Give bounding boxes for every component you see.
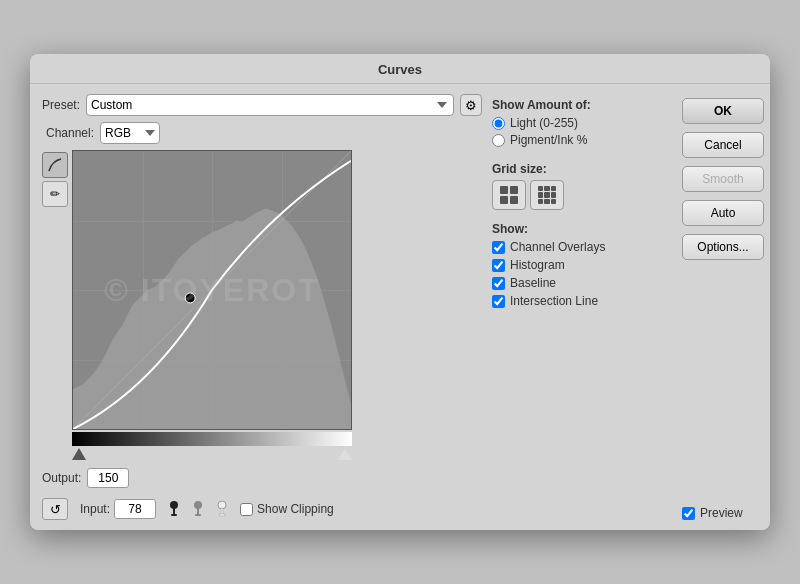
gear-icon: ⚙: [465, 98, 477, 113]
baseline-checkbox[interactable]: [492, 277, 505, 290]
preset-row: Preset: Custom ⚙: [42, 94, 482, 116]
channel-row: Channel: RGB Red Green Blue: [42, 122, 482, 144]
svg-rect-7: [197, 508, 199, 515]
gear-button[interactable]: ⚙: [460, 94, 482, 116]
show-amount-group: Show Amount of: Light (0-255) Pigment/In…: [492, 98, 672, 150]
intersection-line-label: Intersection Line: [510, 294, 598, 308]
svg-rect-8: [195, 514, 201, 516]
gray-eyedropper-button[interactable]: [188, 498, 208, 520]
histogram-checkbox[interactable]: [492, 259, 505, 272]
black-eyedropper-icon: [167, 500, 181, 518]
svg-rect-4: [173, 508, 175, 515]
cancel-button[interactable]: Cancel: [682, 132, 764, 158]
curve-tool-icon: [48, 158, 62, 172]
input-section: Input:: [80, 499, 156, 519]
auto-label: Auto: [711, 206, 736, 220]
white-eyedropper-icon: [215, 500, 229, 518]
pigment-radio[interactable]: [492, 134, 505, 147]
grid-size-buttons: [492, 180, 672, 210]
show-group: Show: Channel Overlays Histogram Baselin…: [492, 222, 672, 312]
smooth-button[interactable]: Smooth: [682, 166, 764, 192]
white-point-triangle[interactable]: [338, 448, 352, 460]
ok-button[interactable]: OK: [682, 98, 764, 124]
preset-select[interactable]: Custom: [86, 94, 454, 116]
curve-tools: ✏: [42, 150, 68, 462]
pigment-label: Pigment/Ink %: [510, 133, 587, 147]
curve-tool-button[interactable]: [42, 152, 68, 178]
curve-svg: [73, 151, 351, 429]
channel-overlays-label: Channel Overlays: [510, 240, 605, 254]
eyedropper-tools: [164, 498, 232, 520]
preview-checkbox[interactable]: [682, 507, 695, 520]
output-row: Output:: [42, 468, 482, 488]
show-clipping-label: Show Clipping: [257, 502, 334, 516]
curves-dialog: Curves Preset: Custom ⚙ Channel: RGB Red: [30, 54, 770, 530]
channel-select[interactable]: RGB Red Green Blue: [100, 122, 160, 144]
left-panel: Preset: Custom ⚙ Channel: RGB Red Green …: [42, 94, 482, 520]
preview-label: Preview: [700, 506, 743, 520]
svg-point-3: [170, 501, 178, 509]
svg-rect-5: [171, 514, 177, 516]
grid-4-icon: [500, 186, 518, 204]
preview-row: Preview: [682, 506, 772, 520]
grid-size-group: Grid size:: [492, 162, 672, 210]
histogram-label: Histogram: [510, 258, 565, 272]
grid-4-button[interactable]: [492, 180, 526, 210]
svg-rect-11: [219, 514, 225, 516]
cancel-label: Cancel: [704, 138, 741, 152]
gradient-bar: [72, 432, 352, 446]
dialog-title: Curves: [30, 54, 770, 84]
light-radio[interactable]: [492, 117, 505, 130]
curve-graph-wrapper: © ITOYEROT: [72, 150, 482, 462]
show-title: Show:: [492, 222, 672, 236]
histogram-row: Histogram: [492, 258, 672, 272]
output-input[interactable]: [87, 468, 129, 488]
show-clipping-checkbox[interactable]: [240, 503, 253, 516]
grid-10-button[interactable]: [530, 180, 564, 210]
black-point-triangle[interactable]: [72, 448, 86, 460]
refresh-button[interactable]: ↺: [42, 498, 68, 520]
input-input[interactable]: [114, 499, 156, 519]
intersection-line-row: Intersection Line: [492, 294, 672, 308]
grid-10-icon: [538, 186, 556, 204]
preset-label: Preset:: [42, 98, 80, 112]
pencil-icon: ✏: [50, 187, 60, 201]
light-radio-row: Light (0-255): [492, 116, 672, 130]
gradient-triangles: [72, 446, 352, 462]
channel-overlays-checkbox[interactable]: [492, 241, 505, 254]
ok-label: OK: [714, 104, 732, 118]
baseline-row: Baseline: [492, 276, 672, 290]
smooth-label: Smooth: [702, 172, 743, 186]
options-button[interactable]: Options...: [682, 234, 764, 260]
grid-size-title: Grid size:: [492, 162, 672, 176]
input-label: Input:: [80, 502, 110, 516]
bottom-tools-row: ↺ Input:: [42, 498, 482, 520]
gray-eyedropper-icon: [191, 500, 205, 518]
channel-label: Channel:: [46, 126, 94, 140]
right-panel: OK Cancel Smooth Auto Options... Preview: [682, 94, 772, 520]
black-eyedropper-button[interactable]: [164, 498, 184, 520]
show-amount-title: Show Amount of:: [492, 98, 672, 112]
curve-area: ✏: [42, 150, 482, 462]
auto-button[interactable]: Auto: [682, 200, 764, 226]
white-eyedropper-button[interactable]: [212, 498, 232, 520]
output-label: Output:: [42, 471, 81, 485]
svg-point-2: [185, 293, 195, 303]
pigment-radio-row: Pigment/Ink %: [492, 133, 672, 147]
options-label: Options...: [697, 240, 748, 254]
intersection-line-checkbox[interactable]: [492, 295, 505, 308]
pencil-tool-button[interactable]: ✏: [42, 181, 68, 207]
baseline-label: Baseline: [510, 276, 556, 290]
channel-overlays-row: Channel Overlays: [492, 240, 672, 254]
show-clipping-row: Show Clipping: [240, 502, 334, 516]
curve-graph[interactable]: © ITOYEROT: [72, 150, 352, 430]
light-label: Light (0-255): [510, 116, 578, 130]
middle-panel: Show Amount of: Light (0-255) Pigment/In…: [492, 94, 672, 520]
refresh-icon: ↺: [50, 502, 61, 517]
svg-point-6: [194, 501, 202, 509]
